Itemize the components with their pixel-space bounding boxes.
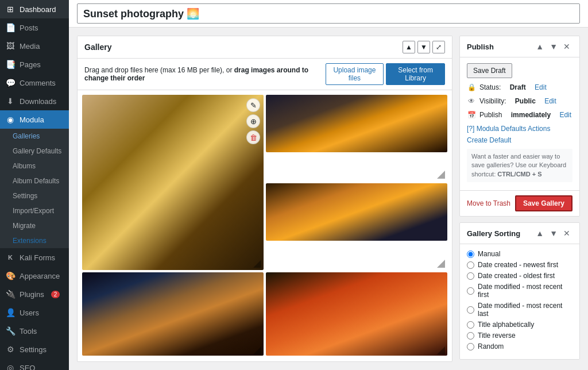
downloads-icon: ⬇ <box>6 97 15 106</box>
sidebar-subitem-gallery-defaults[interactable]: Gallery Defaults <box>0 144 69 159</box>
save-draft-button[interactable]: Save Draft <box>467 63 512 78</box>
posts-icon: 📄 <box>6 23 15 32</box>
sidebar-item-posts[interactable]: 📄 Posts <box>0 18 69 37</box>
media-icon: 🖼 <box>6 41 15 51</box>
sidebar-item-settings[interactable]: ⚙ Settings <box>0 340 69 359</box>
image-3-resize-handle[interactable] <box>437 260 445 268</box>
modula-icon: ◉ <box>6 115 15 124</box>
sidebar-item-modula[interactable]: ◉ Modula <box>0 110 69 129</box>
sorting-radio-modified-newest[interactable] <box>467 287 474 295</box>
plugins-icon: 🔌 <box>6 290 15 299</box>
publish-box-title: Publish <box>467 43 494 51</box>
sorting-box-up-button[interactable]: ▲ <box>533 228 546 239</box>
sidebar-item-label: Settings <box>20 345 47 354</box>
gallery-collapse-up-button[interactable]: ▲ <box>403 41 415 53</box>
pages-icon: 📑 <box>6 60 15 69</box>
sorting-option-title-reverse: Title reverse <box>467 332 572 340</box>
image-1-move-button[interactable]: ⊕ <box>246 114 260 128</box>
sidebar-item-appearance[interactable]: 🎨 Appearance <box>0 267 69 285</box>
sidebar-subitem-albums[interactable]: Albums <box>0 159 69 174</box>
gallery-image-4[interactable] <box>82 272 264 357</box>
sorting-option-title-alpha: Title alphabetically <box>467 321 572 329</box>
sidebar-item-label: Kali Forms <box>20 253 55 262</box>
sidebar-subitem-import-export[interactable]: Import/Export <box>0 203 69 218</box>
sorting-box-close-button[interactable]: ✕ <box>561 228 572 239</box>
sidebar-item-kali-forms[interactable]: K Kali Forms <box>0 248 69 267</box>
sorting-radio-manual[interactable] <box>467 250 474 258</box>
sorting-box-controls: ▲ ▼ ✕ <box>533 228 572 239</box>
sorting-label-date-oldest: Date created - oldest first <box>478 272 555 280</box>
sidebar-item-pages[interactable]: 📑 Pages <box>0 55 69 74</box>
publish-timing: immediately <box>511 111 551 119</box>
sidebar-item-users[interactable]: 👤 Users <box>0 303 69 322</box>
sidebar-item-downloads[interactable]: ⬇ Downloads <box>0 92 69 110</box>
sorting-radio-modified-oldest[interactable] <box>467 306 474 314</box>
upload-image-files-button[interactable]: Upload image files <box>326 63 384 85</box>
modula-defaults-link[interactable]: [?] Modula Defaults Actions <box>467 125 550 133</box>
sidebar-subitem-galleries[interactable]: Galleries <box>0 129 69 144</box>
sorting-box-down-button[interactable]: ▼ <box>547 228 560 239</box>
sidebar-item-label: Media <box>20 42 40 51</box>
publish-box-up-button[interactable]: ▲ <box>533 41 546 52</box>
sidebar-subitem-album-defaults[interactable]: Album Defaults <box>0 174 69 188</box>
sidebar-item-dashboard[interactable]: ⊞ Dashboard <box>0 0 69 18</box>
move-to-trash-button[interactable]: Move to Trash <box>467 199 510 207</box>
gallery-collapse-down-button[interactable]: ▼ <box>417 41 430 53</box>
sorting-radio-random[interactable] <box>467 343 474 350</box>
gallery-sorting-header: Gallery Sorting ▲ ▼ ✕ <box>460 223 579 244</box>
sidebar-item-seo[interactable]: ◎ SEO <box>0 359 69 370</box>
gallery-image-2[interactable] <box>266 95 447 181</box>
image-2-resize-handle[interactable] <box>437 171 445 179</box>
sidebar-item-label: Users <box>20 309 39 317</box>
sidebar-item-media[interactable]: 🖼 Media <box>0 37 69 55</box>
sidebar-subitem-extensions[interactable]: Extensions <box>0 233 69 248</box>
sidebar-item-plugins[interactable]: 🔌 Plugins 2 <box>0 285 69 303</box>
gallery-image-1[interactable]: ✎ ⊕ 🗑 <box>82 95 264 270</box>
image-1-resize-handle[interactable] <box>253 260 261 268</box>
sidebar-item-comments[interactable]: 💬 Comments <box>0 74 69 92</box>
calendar-icon: 📅 <box>467 110 476 120</box>
gallery-image-3[interactable] <box>266 183 447 269</box>
publish-box-close-button[interactable]: ✕ <box>561 41 572 52</box>
post-title-input[interactable] <box>77 3 580 24</box>
save-gallery-button[interactable]: Save Gallery <box>515 195 572 211</box>
status-value: Draft <box>510 83 526 91</box>
gallery-sorting-title: Gallery Sorting <box>467 229 520 238</box>
appearance-icon: 🎨 <box>6 271 15 280</box>
sidebar-item-label: Downloads <box>20 97 56 106</box>
status-edit-link[interactable]: Edit <box>535 83 547 91</box>
comments-icon: 💬 <box>6 78 15 87</box>
gallery-sorting-content: ManualDate created - newest firstDate cr… <box>460 244 579 359</box>
sorting-radio-title-alpha[interactable] <box>467 321 474 329</box>
publish-timing-row: 📅 Publish immediately Edit <box>467 110 572 120</box>
visibility-row: 👁 Visibility: Public Edit <box>467 97 572 106</box>
sorting-radio-date-oldest[interactable] <box>467 272 474 280</box>
seo-icon: ◎ <box>6 363 15 370</box>
image-5-resize-handle[interactable] <box>437 346 445 354</box>
image-1-delete-button[interactable]: 🗑 <box>246 130 260 144</box>
create-default-link[interactable]: Create Default <box>467 136 572 144</box>
image-4-resize-handle[interactable] <box>253 346 261 354</box>
visibility-icon: 👁 <box>467 97 476 106</box>
status-label: Status: <box>479 83 501 91</box>
sorting-radio-title-reverse[interactable] <box>467 332 474 340</box>
status-icon: 🔒 <box>467 83 476 92</box>
sorting-option-modified-newest: Date modified - most recent first <box>467 283 572 299</box>
visibility-label: Visibility: <box>479 97 506 105</box>
sidebar-item-label: Pages <box>20 60 41 69</box>
tools-icon: 🔧 <box>6 326 15 336</box>
publish-edit-link[interactable]: Edit <box>559 111 571 119</box>
gallery-image-5[interactable] <box>266 272 447 357</box>
image-1-edit-button[interactable]: ✎ <box>246 98 260 112</box>
image-1-overlay: ✎ ⊕ 🗑 <box>246 98 260 144</box>
sidebar-subitem-settings[interactable]: Settings <box>0 188 69 203</box>
sorting-radio-date-newest[interactable] <box>467 261 474 269</box>
visibility-edit-link[interactable]: Edit <box>544 97 556 105</box>
sidebar-subitem-migrate[interactable]: Migrate <box>0 218 69 233</box>
sidebar-item-tools[interactable]: 🔧 Tools <box>0 322 69 340</box>
gallery-panel-title: Gallery <box>84 43 111 52</box>
gallery-expand-button[interactable]: ⤢ <box>432 41 445 53</box>
select-from-library-button[interactable]: Select from Library <box>386 63 445 85</box>
sidebar-item-label: SEO <box>20 364 35 371</box>
publish-box-down-button[interactable]: ▼ <box>547 41 560 52</box>
